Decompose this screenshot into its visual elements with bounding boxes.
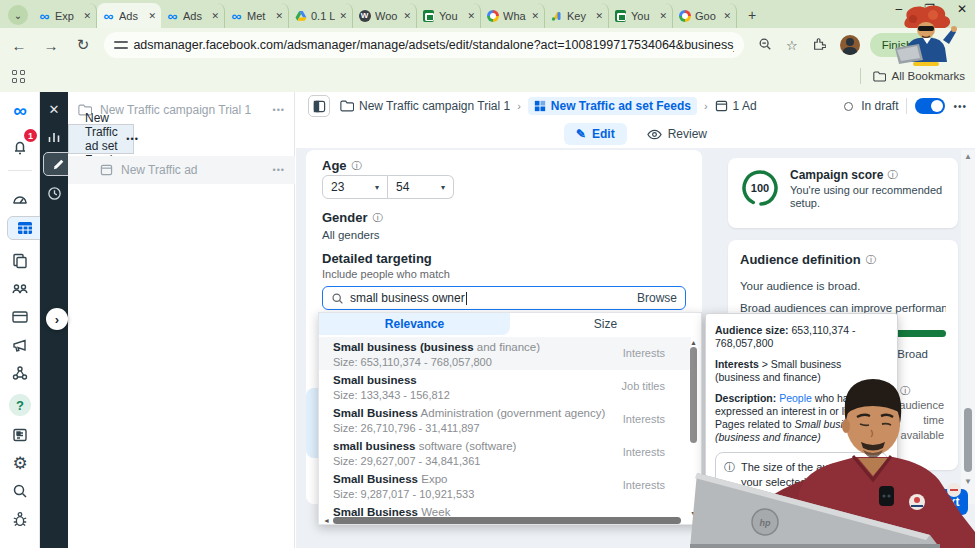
tab-close-icon[interactable]: ✕ [211, 11, 219, 21]
scroll-right-icon[interactable]: ► [692, 517, 699, 524]
page-scrollbar[interactable]: ▲ ▼ [961, 150, 975, 504]
breadcrumb-campaign[interactable]: New Traffic campaign Trial 1 [359, 99, 510, 113]
tab-close-icon[interactable]: ✕ [339, 11, 347, 21]
all-bookmarks-button[interactable]: All Bookmarks [860, 68, 966, 84]
next-button[interactable]: Next [925, 489, 968, 515]
scroll-up-icon[interactable]: ▲ [690, 339, 697, 346]
tab-close-icon[interactable]: ✕ [531, 11, 539, 21]
age-min-select[interactable]: 23▾ [322, 175, 388, 199]
info-icon[interactable]: ⓘ [887, 168, 897, 182]
browser-tab-3[interactable]: ∞ Ads ✕ [161, 3, 225, 28]
scrollbar-thumb[interactable] [690, 347, 697, 443]
tab-close-icon[interactable]: ✕ [275, 11, 283, 21]
zoom-icon[interactable] [758, 37, 772, 54]
extensions-icon[interactable] [812, 37, 826, 54]
tab-relevance[interactable]: Relevance [319, 313, 510, 335]
tab-close-icon[interactable]: ✕ [403, 11, 411, 21]
people-link[interactable]: People [779, 392, 812, 404]
wordpress-favicon: W [359, 10, 371, 22]
browser-tab-5[interactable]: 0.1 L ✕ [289, 3, 353, 28]
tab-search-chevron-icon[interactable]: ⌄ [8, 5, 28, 25]
tab-size[interactable]: Size [510, 313, 701, 335]
row-menu-icon[interactable]: ••• [126, 134, 138, 144]
report-bug-icon[interactable] [7, 506, 33, 532]
browser-tab-8[interactable]: Wha ✕ [481, 3, 545, 28]
tab-close-icon[interactable]: ✕ [83, 11, 91, 21]
suggestion-item[interactable]: Small business (business and finance) Si… [319, 337, 691, 370]
sheets-favicon [615, 10, 626, 22]
charts-icon[interactable] [43, 126, 65, 148]
tab-close-icon[interactable]: ✕ [659, 11, 667, 21]
settings-gear-icon[interactable]: ⚙ [7, 450, 33, 476]
url-text[interactable]: adsmanager.facebook.com/adsmanager/manag… [133, 38, 734, 52]
browser-tab-2-active[interactable]: ∞ Ads ✕ [97, 3, 161, 28]
history-clock-icon[interactable] [43, 182, 65, 204]
tab-close-icon[interactable]: ✕ [723, 11, 731, 21]
header-menu-icon[interactable]: ••• [953, 101, 967, 112]
breadcrumb-ad[interactable]: 1 Ad [733, 99, 757, 113]
info-icon[interactable]: ⓘ [373, 211, 383, 225]
profile-avatar[interactable] [840, 35, 860, 55]
info-icon[interactable]: ⓘ [352, 159, 362, 173]
info-icon: ⓘ [900, 384, 910, 398]
account-overview-icon[interactable] [7, 186, 33, 212]
suggestion-item[interactable]: Small Business Expo Size: 9,287,017 - 10… [319, 469, 691, 502]
audiences-icon[interactable] [7, 276, 33, 302]
dropdown-horizontal-scrollbar[interactable]: ◄ ► [323, 516, 699, 525]
scrollbar-thumb[interactable] [333, 517, 681, 524]
tab-close-icon[interactable]: ✕ [595, 11, 603, 21]
detailed-targeting-search-input[interactable]: small business owner Browse [322, 286, 686, 310]
billing-icon[interactable] [7, 304, 33, 330]
scroll-down-icon[interactable]: ▼ [964, 477, 972, 486]
new-tab-button[interactable]: + [741, 4, 763, 26]
suggestion-item[interactable]: Small business Size: 133,343 - 156,812 J… [319, 370, 691, 403]
search-icon[interactable] [7, 478, 33, 504]
apps-grid-icon[interactable] [12, 70, 25, 83]
breadcrumb-adset-chip[interactable]: New Traffic ad set Feeds [528, 97, 697, 115]
bookmark-star-icon[interactable]: ☆ [786, 38, 798, 53]
news-icon[interactable] [7, 422, 33, 448]
tree-item-adset-selected[interactable]: New Traffic ad set Feeds ••• [68, 124, 134, 154]
interest-tooltip: Audience size: 653,110,374 - 768,057,800… [705, 313, 898, 505]
forward-button[interactable]: → [38, 32, 64, 58]
expand-panel-button[interactable]: › [46, 308, 68, 330]
browser-tab-9[interactable]: Key ✕ [545, 3, 609, 28]
site-settings-icon[interactable] [114, 40, 125, 50]
reload-button[interactable]: ↻ [70, 32, 96, 58]
info-icon[interactable]: ⓘ [866, 253, 876, 267]
age-max-select[interactable]: 54▾ [388, 175, 454, 199]
tab-close-icon[interactable]: ✕ [148, 11, 156, 21]
browser-tab-10[interactable]: You ✕ [609, 3, 673, 28]
browser-tab-6[interactable]: W Woo ✕ [353, 3, 417, 28]
review-mode-button[interactable]: Review [647, 127, 707, 141]
row-menu-icon[interactable]: ••• [273, 105, 285, 115]
ads-megaphone-icon[interactable] [7, 332, 33, 358]
audience-meter-label: Broad [897, 348, 928, 360]
events-manager-icon[interactable] [7, 360, 33, 386]
pages-icon[interactable] [7, 248, 33, 274]
browser-tab-4[interactable]: ∞ Met ✕ [225, 3, 289, 28]
window-close-button[interactable]: ✕ [957, 2, 967, 16]
address-bar[interactable]: adsmanager.facebook.com/adsmanager/manag… [104, 32, 744, 58]
browser-tab-1[interactable]: ∞ Exp ✕ [33, 3, 97, 28]
help-icon[interactable]: ? [7, 392, 33, 418]
scroll-up-icon[interactable]: ▲ [964, 152, 972, 161]
close-panel-icon[interactable]: ✕ [43, 98, 65, 120]
suggestion-item[interactable]: Small Business Administration (governmen… [319, 403, 691, 436]
notifications-bell-icon[interactable]: 1 [7, 134, 33, 160]
collapse-sidebar-button[interactable] [308, 95, 330, 117]
browser-tab-7[interactable]: You ✕ [417, 3, 481, 28]
tab-close-icon[interactable]: ✕ [467, 11, 475, 21]
browse-button[interactable]: Browse [637, 291, 677, 305]
browser-tab-11[interactable]: Goo ✕ [673, 3, 737, 28]
row-menu-icon[interactable]: ••• [273, 165, 285, 175]
dropdown-vertical-scrollbar[interactable]: ▲ ▼ [689, 339, 698, 517]
scroll-left-icon[interactable]: ◄ [323, 517, 330, 524]
back-button[interactable]: ← [6, 32, 32, 58]
publish-toggle[interactable] [915, 98, 945, 114]
scrollbar-thumb[interactable] [964, 408, 972, 472]
edit-mode-button[interactable]: ✎ Edit [564, 123, 627, 145]
suggestion-item[interactable]: small business software (software) Size:… [319, 436, 691, 469]
suggestion-item[interactable]: Small Business Week [319, 502, 691, 516]
tree-item-ad[interactable]: New Traffic ad ••• [68, 156, 295, 184]
